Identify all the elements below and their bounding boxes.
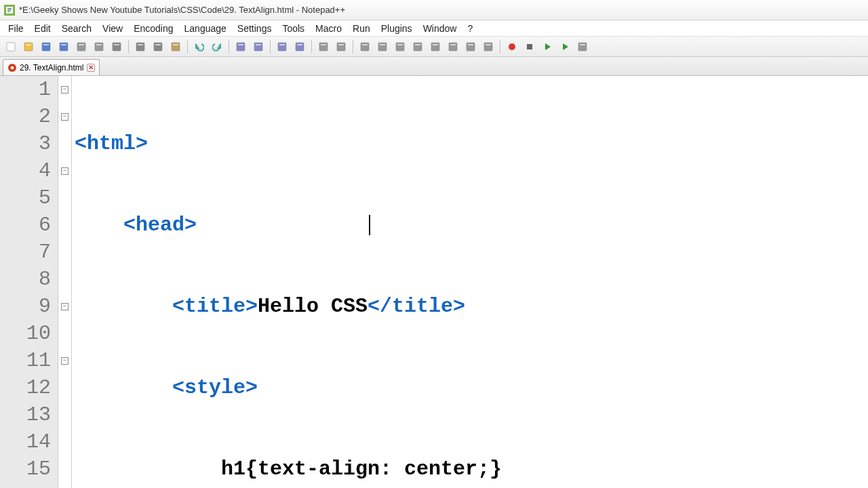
print-icon[interactable] [108, 39, 125, 55]
menu-encoding[interactable]: Encoding [128, 22, 178, 35]
svg-rect-2 [7, 8, 12, 9]
menu-macro[interactable]: Macro [310, 22, 347, 35]
svg-rect-60 [11, 66, 14, 69]
save-icon[interactable] [38, 39, 54, 55]
file-icon [7, 63, 17, 73]
open-icon[interactable] [20, 39, 37, 55]
svg-rect-4 [7, 11, 10, 12]
fold-toggle[interactable]: − [61, 86, 68, 94]
svg-rect-20 [138, 44, 143, 45]
paste-icon[interactable] [167, 39, 184, 55]
menu-window[interactable]: Window [418, 22, 462, 35]
menu-view[interactable]: View [97, 22, 128, 35]
save-all-icon[interactable] [56, 39, 72, 55]
menu-plugins[interactable]: Plugins [376, 22, 418, 35]
menu-language[interactable]: Language [179, 22, 232, 35]
play-multi-icon[interactable] [557, 39, 573, 55]
menu-edit[interactable]: Edit [29, 22, 56, 35]
app-icon [4, 5, 15, 16]
func-list-icon[interactable] [445, 39, 461, 55]
new-icon[interactable] [3, 39, 19, 55]
tag-style-open: <style> [172, 376, 258, 399]
save-macro-icon[interactable] [574, 39, 591, 55]
svg-rect-12 [61, 44, 66, 45]
doc-map-icon[interactable] [427, 39, 443, 55]
code-editor[interactable]: 123456789101112131415 −−−−− <html> <head… [0, 76, 868, 488]
svg-rect-23 [172, 43, 180, 51]
svg-rect-5 [7, 43, 15, 51]
svg-rect-49 [467, 43, 475, 51]
svg-rect-28 [256, 44, 261, 45]
sync-h-icon[interactable] [333, 39, 349, 55]
zoom-in-icon[interactable] [274, 39, 290, 55]
menu-settings[interactable]: Settings [232, 22, 277, 35]
close-icon[interactable] [73, 39, 90, 55]
svg-rect-51 [484, 43, 492, 51]
svg-rect-14 [79, 44, 84, 45]
zoom-out-icon[interactable] [292, 39, 308, 55]
line-number: 14 [0, 428, 51, 455]
menu-file[interactable]: File [3, 22, 29, 35]
lang-icon[interactable] [410, 39, 426, 55]
text-caret [369, 215, 370, 235]
menu-help[interactable]: ? [462, 22, 478, 35]
svg-rect-52 [486, 44, 491, 45]
line-number: 5 [0, 184, 51, 211]
show-chars-icon[interactable] [374, 39, 391, 55]
svg-rect-46 [433, 44, 438, 45]
svg-rect-31 [296, 43, 304, 51]
menu-search[interactable]: Search [56, 22, 97, 35]
fold-toggle[interactable]: − [61, 303, 68, 310]
folder-icon[interactable] [462, 39, 479, 55]
tab-textalign[interactable]: 29. TextAlign.html ✕ [3, 59, 100, 75]
copy-icon[interactable] [150, 39, 166, 55]
close-all-icon[interactable] [91, 39, 107, 55]
record-icon[interactable] [504, 39, 520, 55]
svg-rect-43 [414, 43, 422, 51]
indent-guide-icon[interactable] [392, 39, 408, 55]
svg-rect-32 [297, 44, 302, 45]
css-rule-h1: h1{text-align: center;} [221, 458, 502, 481]
replace-icon[interactable] [250, 39, 267, 55]
svg-marker-56 [563, 43, 568, 50]
find-icon[interactable] [233, 39, 249, 55]
tag-title-open: <title> [172, 295, 258, 318]
svg-rect-8 [26, 44, 31, 45]
svg-rect-3 [7, 9, 12, 10]
line-number: 1 [0, 76, 51, 103]
svg-rect-34 [321, 44, 326, 45]
redo-icon[interactable] [209, 39, 225, 55]
svg-rect-9 [42, 43, 50, 51]
svg-rect-36 [338, 44, 344, 45]
svg-rect-29 [278, 43, 286, 51]
menu-run[interactable]: Run [347, 22, 376, 35]
line-number: 9 [0, 293, 51, 320]
svg-rect-7 [24, 43, 33, 51]
sync-v-icon[interactable] [315, 39, 332, 55]
svg-rect-11 [60, 43, 68, 51]
svg-rect-41 [396, 43, 404, 51]
line-number: 13 [0, 401, 51, 428]
play-icon[interactable] [539, 39, 555, 55]
monitor-icon[interactable] [480, 39, 496, 55]
menu-tools[interactable]: Tools [277, 22, 310, 35]
svg-rect-44 [415, 44, 420, 45]
svg-rect-15 [95, 43, 103, 51]
tab-close-icon[interactable]: ✕ [87, 64, 95, 72]
stop-icon[interactable] [521, 39, 538, 55]
code-area[interactable]: <html> <head> <title>Hello CSS</title> <… [72, 76, 868, 488]
svg-rect-37 [361, 43, 369, 51]
svg-rect-42 [397, 44, 403, 45]
cut-icon[interactable] [132, 39, 149, 55]
fold-toggle[interactable]: − [61, 113, 68, 121]
fold-toggle[interactable]: − [61, 357, 68, 365]
tag-title-close: </title> [368, 295, 465, 318]
undo-icon[interactable] [191, 39, 208, 55]
wrap-icon[interactable] [357, 39, 373, 55]
svg-rect-35 [337, 43, 345, 51]
line-number: 8 [0, 266, 51, 293]
svg-rect-21 [154, 43, 162, 51]
svg-rect-57 [578, 43, 587, 51]
tag-head-open: <head> [123, 214, 197, 237]
fold-toggle[interactable]: − [61, 167, 68, 175]
